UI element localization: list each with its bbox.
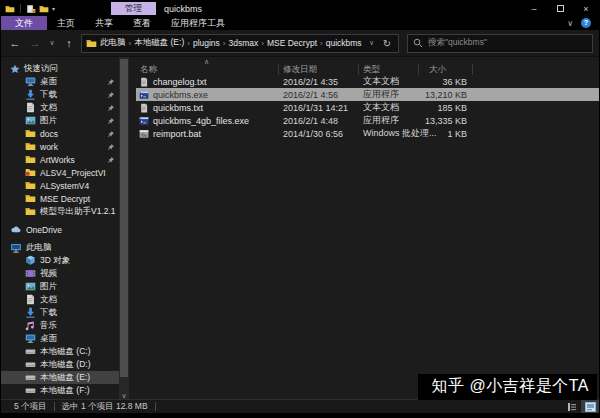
sidebar-item-mse-decrypt[interactable]: MSE Decrypt [1,192,119,205]
refresh-icon[interactable]: ↻ [380,38,394,49]
file-row-reimport-bat[interactable]: reimport.bat 2014/1/30 6:56 Windows 批处理.… [136,127,599,140]
ribbon-tab-bar: 文件 主页 共享 查看 应用程序工具 ∨ ? [1,16,599,30]
sidebar-item-downloads[interactable]: 下载 [1,306,119,319]
sidebar-item-alsystemv4[interactable]: ALSystemV4 [1,179,119,192]
qat-dropdown-icon[interactable]: ▾ [52,6,55,12]
address-bar[interactable]: 此电脑 › 本地磁盘 (E:) › plugins › 3dsmax › MSE… [81,34,399,53]
up-button[interactable]: ↑ [61,37,77,49]
column-header-date[interactable]: 修改日期 [279,64,359,75]
recent-locations-icon[interactable]: ∨ [47,39,57,47]
title-bar: ▾ 管理 quickbms – × [1,1,599,16]
sidebar-item-desktop[interactable]: 桌面 [1,332,119,345]
sidebar-item-downloads-pinned[interactable]: 下载 [1,88,119,101]
pin-icon [107,78,115,86]
sidebar-item-drive-f[interactable]: 本地磁盘 (F:) [1,384,119,397]
explorer-window: ▾ 管理 quickbms – × 文件 主页 共享 查看 应用程序工具 ∨ ?… [0,0,600,418]
thumbnail-view-button[interactable] [581,400,599,414]
breadcrumb-mse-decrypt[interactable]: MSE Decrypt [267,38,317,48]
sidebar-item-onedrive[interactable]: OneDrive [1,223,119,236]
exe-file-icon [139,116,149,126]
address-dropdown-icon[interactable]: ∨ [369,39,374,47]
column-header-size[interactable]: 大小 [419,64,473,75]
pin-icon [107,130,115,138]
column-header-type[interactable]: 类型 [359,64,419,75]
sidebar-item-docs[interactable]: docs [1,127,119,140]
sidebar-item-pictures[interactable]: 图片 [1,280,119,293]
sidebar-item-pictures-pinned[interactable]: 图片 [1,114,119,127]
file-row-quickbms-exe[interactable]: quickbms.exe 2016/2/1 4:56 应用程序 13,210 K… [136,88,599,101]
desktop-icon [25,76,36,87]
file-row-quickbms-txt[interactable]: quickbms.txt 2016/1/31 14:21 文本文档 185 KB [136,101,599,114]
sidebar-item-drive-c[interactable]: 本地磁盘 (C:) [1,345,119,358]
new-folder-icon[interactable] [39,4,49,14]
sidebar-item-quick-access[interactable]: 快速访问 [1,62,119,75]
properties-icon[interactable] [26,4,36,14]
collapse-ribbon-icon[interactable]: ∨ [567,19,573,28]
tab-view[interactable]: 查看 [123,16,161,30]
forward-button[interactable]: → [27,37,43,49]
help-icon[interactable]: ? [581,18,591,28]
sidebar-item-drive-d[interactable]: 本地磁盘 (D:) [1,358,119,371]
close-button[interactable]: × [573,1,599,16]
manage-contextual-tab[interactable]: 管理 [111,2,156,15]
tab-share[interactable]: 共享 [85,16,123,30]
tab-file[interactable]: 文件 [1,16,47,30]
sidebar-item-model-export-helper[interactable]: 模型导出助手V1.2.1 [1,205,119,218]
sidebar-item-drive-e[interactable]: 本地磁盘 (E:) [1,371,119,384]
folder-icon [25,128,36,139]
view-toggles [563,400,599,414]
file-list: ∧ 名称 修改日期 类型 大小 changelog.txt 2016/2/1 4… [129,57,599,401]
sidebar-item-documents[interactable]: 文档 [1,293,119,306]
sidebar-item-documents-pinned[interactable]: 文档 [1,101,119,114]
maximize-button[interactable] [547,1,573,16]
search-placeholder: 搜索"quickbms" [428,37,487,49]
details-view-button[interactable] [563,400,581,414]
sidebar-scrollbar[interactable]: ∨ [119,57,129,401]
breadcrumb-separator-icon: › [320,39,323,48]
explorer-folder-icon[interactable] [5,4,15,14]
sidebar-item-artworks[interactable]: ArtWorks [1,153,119,166]
onedrive-cloud-icon [10,224,22,235]
maximize-icon [557,5,564,12]
quick-access-star-icon [10,64,20,74]
exe-file-icon [139,90,149,100]
text-file-icon [139,103,149,113]
sidebar-item-this-pc[interactable]: 此电脑 [1,241,119,254]
toolbar-divider [20,4,21,13]
status-bar: 5 个项目 选中 1 个项目 12.8 MB [1,399,599,413]
folder-icon [25,206,36,217]
sidebar-item-work[interactable]: work [1,140,119,153]
batch-file-icon [139,129,149,139]
window-controls: – × [521,1,599,16]
breadcrumb-this-pc[interactable]: 此电脑 [100,37,126,49]
tab-home[interactable]: 主页 [47,16,85,30]
address-folder-icon [86,38,97,49]
breadcrumb-3dsmax[interactable]: 3dsmax [229,38,259,48]
sidebar-item-alsv4-projectvi[interactable]: ALSV4_ProjectVI [1,166,119,179]
breadcrumb-separator-icon: › [129,39,132,48]
tab-app-tools[interactable]: 应用程序工具 [161,16,235,30]
disk-icon [25,385,36,396]
quick-access-toolbar: ▾ [1,4,55,14]
breadcrumb-drive-e[interactable]: 本地磁盘 (E:) [134,37,184,49]
sidebar-item-videos[interactable]: 视频 [1,267,119,280]
breadcrumb-quickbms[interactable]: quickbms [326,38,362,48]
sort-ascending-icon: ∧ [204,58,209,66]
search-box[interactable]: 搜索"quickbms" [407,34,593,53]
breadcrumb-separator-icon: › [187,39,190,48]
breadcrumb-separator-icon: › [261,39,264,48]
minimize-button[interactable]: – [521,1,547,16]
sidebar-item-desktop-pinned[interactable]: 桌面 [1,75,119,88]
sidebar-item-music[interactable]: 音乐 [1,319,119,332]
file-row-quickbms-4gb-files-exe[interactable]: quickbms_4gb_files.exe 2016/2/1 4:48 应用程… [136,114,599,127]
scrollbar-thumb[interactable] [120,59,128,377]
back-button[interactable]: ← [7,37,23,49]
file-row-changelog-txt[interactable]: changelog.txt 2016/2/1 4:35 文本文档 36 KB [136,75,599,88]
music-icon [25,320,36,331]
sidebar-item-3d-objects[interactable]: 3D 对象 [1,254,119,267]
pin-icon [107,156,115,164]
folder-icon [25,193,36,204]
breadcrumb-plugins[interactable]: plugins [193,38,220,48]
pictures-icon [25,281,36,292]
3d-objects-icon [25,255,36,266]
